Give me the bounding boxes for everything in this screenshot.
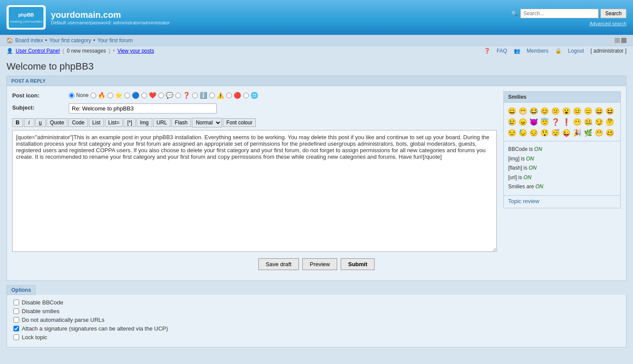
- list-eq-button[interactable]: List=: [105, 118, 123, 127]
- smiley-item[interactable]: ❗: [562, 117, 571, 127]
- attach-signature-label: Attach a signature (signatures can be al…: [22, 325, 168, 332]
- smiley-item[interactable]: 😔: [529, 128, 539, 137]
- smiley-item[interactable]: 🎉: [573, 128, 582, 137]
- smiley-item[interactable]: 🌿: [583, 128, 593, 137]
- advanced-search-link[interactable]: Advanced search: [589, 21, 626, 26]
- code-button[interactable]: Code: [68, 118, 88, 127]
- faq-link[interactable]: FAQ: [497, 48, 507, 54]
- first-category-link[interactable]: Your first category: [49, 37, 91, 43]
- search-button[interactable]: Search: [600, 9, 626, 18]
- subject-input[interactable]: [69, 104, 217, 114]
- smiley-item[interactable]: 😏: [594, 117, 604, 127]
- search-input[interactable]: [520, 9, 599, 18]
- smiley-item[interactable]: 😢: [507, 117, 517, 127]
- topic-review-link[interactable]: Topic review: [508, 198, 539, 204]
- icon-warning: ⚠️: [217, 91, 224, 99]
- img-button[interactable]: Img: [137, 118, 152, 127]
- icon-heart-radio[interactable]: [141, 93, 147, 98]
- bullet-button[interactable]: [*]: [124, 118, 135, 127]
- smilies-label: Smilies: [508, 184, 525, 190]
- attach-signature-checkbox[interactable]: [13, 326, 19, 331]
- smiley-item[interactable]: 😂: [529, 106, 539, 116]
- font-colour-button[interactable]: Font colour: [223, 118, 256, 127]
- smiley-item[interactable]: 😒: [507, 128, 517, 137]
- smiley-item[interactable]: 😀: [507, 106, 517, 116]
- icon-info-radio[interactable]: [192, 93, 198, 98]
- list-button[interactable]: List: [89, 118, 104, 127]
- ucp-link[interactable]: User Control Panel: [16, 48, 60, 54]
- page-title-area: Welcome to phpBB3: [0, 56, 633, 76]
- smiley-item[interactable]: 😇: [540, 117, 549, 127]
- resize-icons: [615, 38, 626, 43]
- submit-button[interactable]: Submit: [341, 258, 375, 270]
- lock-topic-checkbox[interactable]: [13, 334, 19, 340]
- lock-topic-row: Lock topic: [13, 334, 620, 341]
- smiley-item[interactable]: 😄: [594, 106, 604, 116]
- smiley-item[interactable]: 🤐: [583, 117, 593, 127]
- subject-field: [69, 104, 497, 114]
- icon-fire-radio[interactable]: [90, 93, 96, 98]
- post-icon-label: Post icon:: [12, 91, 69, 99]
- smiley-item[interactable]: 😮: [562, 106, 571, 116]
- smiley-item[interactable]: 😬: [594, 128, 604, 137]
- disable-smilies-checkbox[interactable]: [13, 308, 19, 314]
- smiley-item[interactable]: 😐: [573, 106, 582, 116]
- subject-row: Subject:: [12, 104, 497, 114]
- no-parse-urls-label: Do not automatically parse URLs: [22, 317, 104, 323]
- icon-red-radio[interactable]: [226, 93, 232, 98]
- board-index-link[interactable]: Board index: [15, 37, 43, 43]
- disable-bbcode-row: Disable BBCode: [13, 299, 620, 306]
- message-textarea[interactable]: [12, 130, 497, 252]
- resize-large-icon[interactable]: [621, 38, 626, 43]
- options-section: Options Disable BBCode Disable smilies D…: [7, 285, 626, 347]
- font-size-select[interactable]: Normal Tiny Small Large Huge: [192, 118, 222, 127]
- italic-button[interactable]: i: [24, 118, 34, 127]
- smiley-item[interactable]: 😑: [583, 106, 593, 116]
- disable-smilies-label: Disable smilies: [22, 308, 60, 314]
- resize-small-icon[interactable]: [615, 38, 620, 43]
- url-button[interactable]: URL: [153, 118, 171, 127]
- save-draft-button[interactable]: Save draft: [258, 258, 299, 270]
- preview-button[interactable]: Preview: [302, 258, 337, 270]
- smiley-item[interactable]: 😠: [518, 117, 528, 127]
- content-layout: Post icon: None 🔥 ⭐ 🔵 ❤️ 💬: [12, 91, 621, 253]
- smiley-item[interactable]: 😓: [518, 128, 528, 137]
- smiley-item[interactable]: 😈: [529, 117, 539, 127]
- none-label: None: [76, 92, 89, 98]
- logout-link[interactable]: Logout: [568, 48, 584, 54]
- smiley-item[interactable]: 😲: [540, 128, 549, 137]
- members-link[interactable]: Members: [527, 48, 549, 54]
- icon-none-radio[interactable]: [69, 93, 74, 98]
- disable-bbcode-checkbox[interactable]: [13, 300, 19, 305]
- smiley-item[interactable]: ❓: [551, 117, 560, 127]
- quote-button[interactable]: Quote: [47, 118, 68, 127]
- icon-info: ℹ️: [200, 91, 208, 99]
- icon-red: 🔴: [234, 91, 241, 99]
- smiley-item[interactable]: 😊: [540, 106, 549, 116]
- view-posts-link[interactable]: View your posts: [117, 48, 154, 54]
- smiley-item[interactable]: 🤔: [605, 117, 615, 127]
- no-parse-urls-checkbox[interactable]: [13, 317, 19, 323]
- smiley-item[interactable]: 😜: [562, 128, 571, 137]
- icon-circle-radio[interactable]: [124, 93, 130, 98]
- smiley-item[interactable]: 😆: [605, 106, 615, 116]
- user-right: ❓ FAQ 👥 Members 🔒 Logout [ administrator…: [484, 48, 626, 54]
- smiley-item[interactable]: 🥴: [605, 128, 615, 137]
- flash-button[interactable]: Flash: [171, 118, 191, 127]
- smilies-column: Smilies 😀😁😂😊😕😮😐😑😄😆😢😠😈😇❓❗😶🤐😏🤔😒😓😔😲😴😜🎉🌿😬🥴 B…: [503, 91, 621, 253]
- underline-button[interactable]: u: [35, 118, 46, 127]
- bold-button[interactable]: B: [12, 118, 23, 127]
- smilies-header: Smilies: [504, 92, 620, 103]
- icon-globe-radio[interactable]: [243, 93, 249, 98]
- smiley-item[interactable]: 😁: [518, 106, 528, 116]
- smiley-item[interactable]: 😕: [551, 106, 560, 116]
- first-forum-link[interactable]: Your first forum: [97, 37, 133, 43]
- icon-bubble-radio[interactable]: [158, 93, 164, 98]
- smiley-item[interactable]: 😴: [551, 128, 560, 137]
- smiley-item[interactable]: 😶: [573, 117, 582, 127]
- icon-star-radio[interactable]: [107, 93, 113, 98]
- icon-warning-radio[interactable]: [209, 93, 215, 98]
- logo[interactable]: phpBB creating communities: [7, 5, 46, 30]
- icon-heart: ❤️: [149, 91, 157, 99]
- icon-question-radio[interactable]: [175, 93, 181, 98]
